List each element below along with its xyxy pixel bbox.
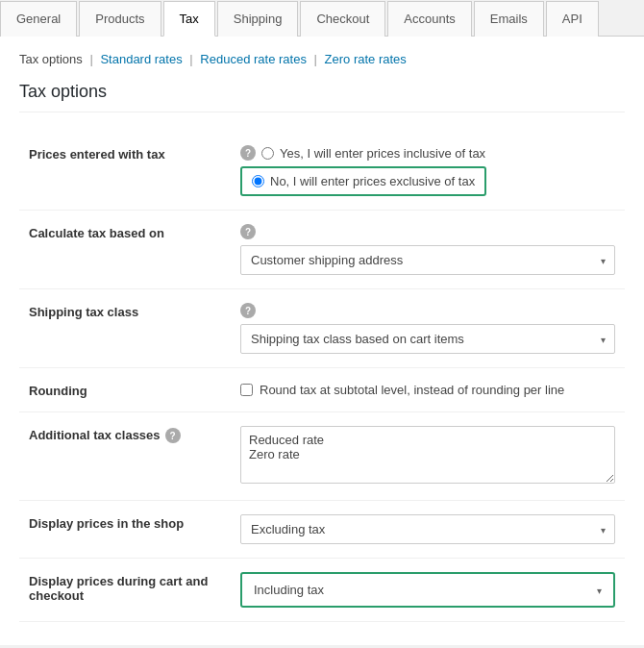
display-prices-cart-select[interactable]: Including tax Excluding tax: [244, 576, 611, 604]
display-prices-shop-label: Display prices in the shop: [29, 516, 184, 531]
row-prices-entered-with-tax: Prices entered with tax ? Yes, I will en…: [19, 132, 625, 211]
display-prices-cart-label: Display prices during cart and checkout: [29, 574, 208, 603]
shipping-tax-select-wrapper: Shipping tax class based on cart items S…: [240, 324, 615, 354]
subnav-prefix: Tax options: [19, 52, 83, 66]
tab-checkout[interactable]: Checkout: [300, 1, 385, 37]
subnav-link-zero[interactable]: Zero rate rates: [325, 52, 407, 66]
tab-tax[interactable]: Tax: [163, 1, 215, 37]
shipping-tax-label: Shipping tax class: [29, 305, 138, 319]
row-display-prices-cart: Display prices during cart and checkout …: [19, 559, 625, 622]
prices-entered-label: Prices entered with tax: [29, 147, 165, 162]
radio-inclusive-label[interactable]: Yes, I will enter prices inclusive of ta…: [280, 146, 485, 161]
calculate-tax-select[interactable]: Customer shipping address Customer billi…: [240, 245, 615, 275]
rounding-checkbox-row: Round tax at subtotal level, instead of …: [240, 383, 615, 397]
radio-exclusive[interactable]: [252, 175, 264, 187]
rounding-checkbox[interactable]: [240, 384, 253, 396]
display-prices-shop-select[interactable]: Excluding tax Including tax: [240, 514, 615, 544]
row-calculate-tax: Calculate tax based on ? Customer shippi…: [19, 211, 625, 289]
shipping-tax-select[interactable]: Shipping tax class based on cart items S…: [240, 324, 615, 354]
radio-exclusive-row: No, I will enter prices exclusive of tax: [240, 166, 615, 196]
tab-shipping[interactable]: Shipping: [217, 1, 299, 37]
tabs-bar: GeneralProductsTaxShippingCheckoutAccoun…: [0, 0, 644, 37]
tab-accounts[interactable]: Accounts: [387, 1, 471, 37]
display-prices-cart-select-wrapper: Including tax Excluding tax ▾: [244, 576, 611, 604]
help-icon-shipping-tax[interactable]: ?: [240, 303, 256, 318]
help-icon-calculate[interactable]: ?: [240, 224, 256, 239]
rounding-label: Rounding: [29, 384, 87, 398]
main-content: Tax options | Standard rates | Reduced r…: [0, 37, 644, 645]
tab-products[interactable]: Products: [79, 1, 161, 37]
row-rounding: Rounding Round tax at subtotal level, in…: [19, 368, 625, 412]
tab-api[interactable]: API: [546, 1, 599, 37]
radio-exclusive-highlighted: No, I will enter prices exclusive of tax: [240, 166, 486, 196]
additional-tax-label: Additional tax classes: [29, 428, 161, 442]
subnav: Tax options | Standard rates | Reduced r…: [19, 52, 625, 66]
calculate-tax-select-wrapper: Customer shipping address Customer billi…: [240, 245, 615, 275]
section-title: Tax options: [19, 82, 625, 112]
tab-general[interactable]: General: [0, 1, 77, 37]
subnav-link-reduced[interactable]: Reduced rate rates: [200, 52, 307, 66]
row-display-prices-shop: Display prices in the shop Excluding tax…: [19, 501, 625, 559]
display-prices-shop-select-wrapper: Excluding tax Including tax ▾: [240, 514, 615, 544]
help-icon-prices[interactable]: ?: [240, 145, 256, 161]
calculate-tax-label: Calculate tax based on: [29, 226, 164, 240]
rounding-checkbox-label[interactable]: Round tax at subtotal level, instead of …: [260, 383, 564, 397]
additional-tax-textarea[interactable]: Reduced rate Zero rate: [240, 426, 615, 484]
row-shipping-tax-class: Shipping tax class ? Shipping tax class …: [19, 289, 625, 368]
form-table: Prices entered with tax ? Yes, I will en…: [19, 132, 625, 622]
radio-inclusive-row: ? Yes, I will enter prices inclusive of …: [240, 145, 615, 161]
tab-emails[interactable]: Emails: [474, 1, 544, 37]
radio-exclusive-label[interactable]: No, I will enter prices exclusive of tax: [270, 174, 475, 188]
row-additional-tax-classes: Additional tax classes ? Reduced rate Ze…: [19, 412, 625, 501]
prices-entered-options: ? Yes, I will enter prices inclusive of …: [240, 145, 615, 196]
help-icon-additional[interactable]: ?: [165, 428, 181, 443]
subnav-link-standard[interactable]: Standard rates: [100, 52, 182, 66]
radio-inclusive[interactable]: [261, 147, 274, 160]
display-prices-cart-highlighted: Including tax Excluding tax ▾: [240, 572, 615, 608]
